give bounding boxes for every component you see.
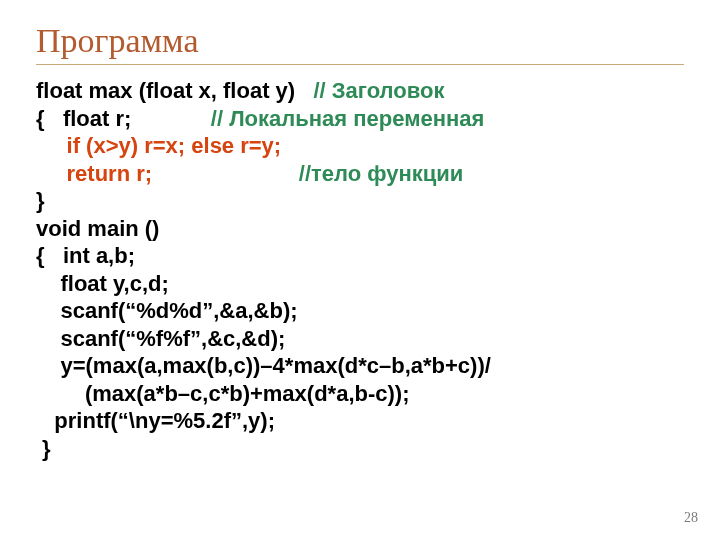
slide-title: Программа [36, 22, 684, 60]
code-line-4-pad [152, 161, 299, 186]
page-number: 28 [684, 510, 698, 526]
code-line-6: void main () [36, 216, 159, 241]
code-line-1-code: float max (float x, float y) [36, 78, 313, 103]
title-underline [36, 64, 684, 65]
code-line-10: scanf(“%f%f”,&c,&d); [36, 326, 285, 351]
code-line-1-comment: // Заголовок [313, 78, 444, 103]
code-line-11: y=(max(a,max(b,c))–4*max(d*c–b,a*b+c))/ [36, 353, 491, 378]
code-line-5: } [36, 188, 45, 213]
code-line-3: if (x>y) r=x; else r=y; [36, 133, 281, 158]
code-line-8: float y,c,d; [36, 271, 169, 296]
code-block: float max (float x, float y) // Заголово… [36, 77, 684, 462]
slide: Программа float max (float x, float y) /… [0, 0, 720, 540]
code-line-4-code: return r; [36, 161, 152, 186]
code-line-4-comment: //тело функции [299, 161, 464, 186]
code-line-7: { int a,b; [36, 243, 135, 268]
code-line-2-code: { float r; [36, 106, 211, 131]
code-line-2-comment: // Локальная переменная [211, 106, 485, 131]
code-line-14: } [36, 436, 51, 461]
code-line-9: scanf(“%d%d”,&a,&b); [36, 298, 298, 323]
code-line-12: (max(a*b–c,c*b)+max(d*a,b-c)); [36, 381, 410, 406]
code-line-13: printf(“\ny=%5.2f”,y); [36, 408, 275, 433]
